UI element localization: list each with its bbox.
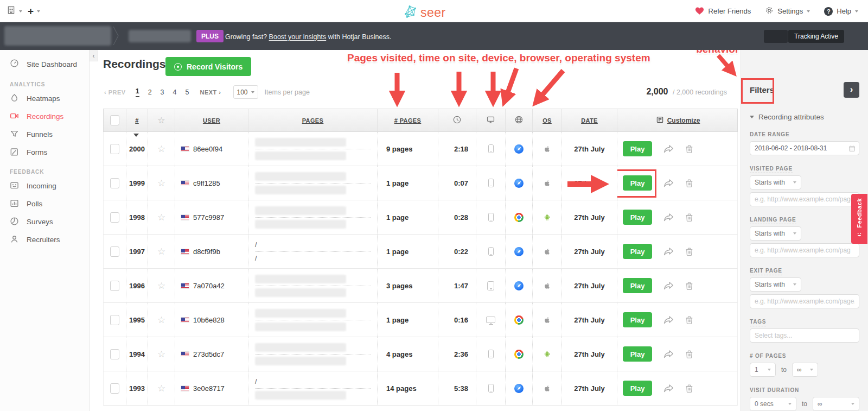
items-per-page-select[interactable]: 100: [233, 85, 258, 99]
column-header-browser[interactable]: [506, 109, 533, 131]
column-header-customize[interactable]: Customize: [617, 109, 738, 131]
star-icon[interactable]: ☆: [157, 143, 165, 155]
prev-page-button[interactable]: ‹ PREV: [104, 89, 126, 96]
share-icon[interactable]: [663, 281, 674, 290]
settings-menu[interactable]: Settings: [765, 6, 810, 16]
play-button[interactable]: Play: [623, 381, 652, 396]
recording-attributes-toggle[interactable]: Recording attributes: [750, 113, 859, 121]
date-range-input[interactable]: [750, 141, 859, 155]
column-header-duration[interactable]: [438, 109, 476, 131]
star-icon[interactable]: ☆: [157, 280, 165, 292]
share-icon[interactable]: [663, 384, 674, 393]
pages-cell: [248, 303, 378, 337]
num-pages-from-select[interactable]: 1: [750, 363, 776, 377]
row-checkbox[interactable]: [110, 144, 119, 154]
play-button[interactable]: Play: [623, 141, 652, 156]
hotjar-logo[interactable]: seer: [403, 4, 446, 21]
column-header-pages[interactable]: PAGES: [248, 109, 378, 131]
column-header-date[interactable]: DATE: [562, 109, 617, 131]
exit-page-input[interactable]: [750, 294, 859, 308]
page-number-4[interactable]: 4: [173, 88, 177, 96]
boost-insights-link[interactable]: Boost your insights: [269, 33, 327, 41]
column-header-device[interactable]: [476, 109, 506, 131]
visit-duration-to-select[interactable]: ∞: [813, 397, 859, 411]
star-icon[interactable]: ☆: [157, 212, 165, 223]
delete-icon[interactable]: [685, 281, 693, 290]
sidebar-item-polls[interactable]: Polls: [0, 195, 89, 213]
num-pages-to-select[interactable]: ∞: [792, 363, 818, 377]
share-icon[interactable]: [663, 179, 674, 188]
landing-page-input[interactable]: [750, 243, 859, 257]
sidebar-item-surveys[interactable]: Surveys: [0, 213, 89, 231]
tags-input[interactable]: [750, 328, 859, 343]
share-icon[interactable]: [663, 247, 674, 256]
delete-icon[interactable]: [685, 179, 693, 188]
page-number-2[interactable]: 2: [148, 88, 152, 96]
star-icon[interactable]: ☆: [157, 383, 165, 394]
row-checkbox[interactable]: [110, 246, 119, 257]
sidebar-item-incoming[interactable]: Incoming: [0, 177, 89, 195]
sidebar-item-recordings[interactable]: Recordings: [0, 108, 89, 125]
visited-page-input[interactable]: [750, 192, 859, 206]
share-icon[interactable]: [663, 315, 674, 325]
delete-icon[interactable]: [685, 247, 693, 256]
visit-duration-from-select[interactable]: 0 secs: [750, 397, 796, 411]
collapse-filters-button[interactable]: [844, 82, 859, 98]
landing-page-match-select[interactable]: Starts with: [750, 226, 801, 241]
select-all-checkbox[interactable]: [110, 115, 119, 125]
play-button[interactable]: Play: [623, 278, 652, 293]
sidebar-item-forms[interactable]: Forms: [0, 143, 89, 161]
column-header-os[interactable]: OS: [533, 109, 562, 131]
refer-friends-link[interactable]: Refer Friends: [694, 6, 751, 17]
feedback-tab[interactable]: Feedback: [851, 194, 867, 244]
delete-icon[interactable]: [685, 350, 693, 359]
tracking-active-button[interactable]: Tracking Active: [788, 30, 844, 43]
sidebar-item-recruiters[interactable]: Recruiters: [0, 231, 89, 249]
play-button[interactable]: Play: [623, 210, 652, 225]
organization-menu-button[interactable]: [7, 5, 22, 17]
delete-icon[interactable]: [685, 384, 693, 393]
record-visitors-button[interactable]: Record Visitors: [165, 57, 251, 76]
column-header-number[interactable]: #: [126, 109, 148, 131]
calendar-icon[interactable]: [848, 144, 856, 154]
android-os-icon: [543, 350, 551, 358]
column-header-user[interactable]: USER: [175, 109, 248, 131]
delete-icon[interactable]: [685, 144, 693, 154]
star-icon[interactable]: ☆: [157, 349, 165, 360]
redacted-site-selector[interactable]: [4, 26, 111, 46]
star-icon[interactable]: ☆: [157, 178, 165, 189]
next-page-button[interactable]: NEXT ›: [200, 89, 221, 96]
sidebar-item-site-dashboard[interactable]: Site Dashboard: [0, 54, 89, 74]
page-number-1[interactable]: 1: [136, 87, 139, 97]
sidebar-collapse-button[interactable]: [90, 50, 98, 61]
column-header-starred[interactable]: ☆: [148, 109, 175, 131]
exit-page-match-select[interactable]: Starts with: [750, 277, 801, 292]
share-icon[interactable]: [663, 350, 674, 359]
row-checkbox[interactable]: [110, 315, 119, 325]
play-button[interactable]: Play: [623, 175, 652, 191]
play-button[interactable]: Play: [623, 312, 652, 327]
row-checkbox[interactable]: [110, 178, 119, 188]
page-number-5[interactable]: 5: [186, 88, 189, 96]
star-icon[interactable]: ☆: [157, 314, 165, 326]
obscured-toolbar-button[interactable]: [764, 30, 788, 43]
sidebar-item-heatmaps[interactable]: Heatmaps: [0, 90, 89, 108]
delete-icon[interactable]: [685, 213, 693, 222]
us-flag-icon: [181, 283, 189, 289]
share-icon[interactable]: [663, 144, 674, 154]
visited-page-match-select[interactable]: Starts with: [750, 175, 801, 189]
help-menu[interactable]: ? Help: [824, 7, 858, 16]
sidebar-item-funnels[interactable]: Funnels: [0, 125, 89, 143]
delete-icon[interactable]: [685, 315, 693, 325]
row-checkbox[interactable]: [110, 349, 119, 359]
row-checkbox[interactable]: [110, 281, 119, 291]
page-number-3[interactable]: 3: [161, 88, 164, 96]
add-new-button[interactable]: +: [28, 6, 40, 16]
row-checkbox[interactable]: [110, 383, 119, 394]
column-header-num-pages[interactable]: # PAGES: [378, 109, 438, 131]
play-button[interactable]: Play: [623, 244, 652, 259]
row-checkbox[interactable]: [110, 212, 119, 223]
play-button[interactable]: Play: [623, 346, 652, 362]
share-icon[interactable]: [663, 213, 674, 222]
star-icon[interactable]: ☆: [157, 246, 165, 257]
